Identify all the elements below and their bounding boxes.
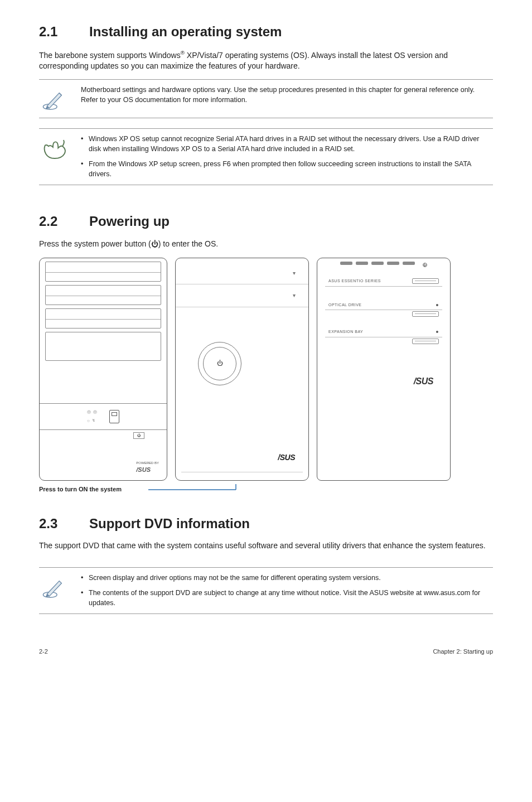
section-number: 2.2 (39, 214, 57, 229)
drive-bay-large (45, 332, 161, 361)
chassis-2: ▾ ▾ ⏻ /SUS (175, 258, 309, 481)
section-title-text: Support DVD information (89, 516, 250, 531)
card-slot-icon (109, 410, 119, 423)
note3-text: Screen display and driver options may no… (81, 573, 493, 608)
vent-icon: ▾ (293, 292, 297, 298)
note2-text: Windows XP OS setup cannot recognize Ser… (81, 134, 493, 179)
front-panel: ◎◎ ○↯ (40, 403, 167, 430)
slot-icon (412, 311, 439, 317)
slot-icon (412, 278, 439, 284)
note2-bullet-1: Windows XP OS setup cannot recognize Ser… (81, 134, 493, 154)
drive-bay (45, 308, 161, 328)
note-icon-col (39, 573, 70, 608)
section-number: 2.1 (39, 24, 57, 39)
hand-point-icon (41, 137, 69, 165)
chassis-1: ◎◎ ○↯ ⏻ POWERED BY /SUS (39, 258, 167, 481)
footer-page-number: 2-2 (39, 648, 48, 656)
note-block-2: Windows XP OS setup cannot recognize Ser… (39, 128, 493, 185)
chassis-figure-row: ◎◎ ○↯ ⏻ POWERED BY /SUS ▾ ▾ ⏻ /SUS ⏻ ASU… (39, 258, 493, 481)
series-label: ASUS ESSENTIO SERIES (328, 278, 381, 284)
poweredby-text: POWERED BY (136, 461, 159, 465)
power-button-icon: ⏻ (133, 432, 144, 439)
note-icon-col (39, 134, 70, 179)
dot-icon: • (436, 303, 439, 307)
port-icons: ◎◎ ○↯ (87, 409, 97, 423)
note-icon-col (39, 85, 70, 112)
powered-by-label: POWERED BY /SUS (136, 460, 159, 475)
body-b: ) to enter the OS. (158, 239, 218, 248)
pencil-icon (42, 576, 67, 600)
note3-bullet-2: The contents of the support DVD are subj… (81, 588, 493, 608)
callout-text: Press to turn ON the system (39, 485, 122, 494)
note2-bullet-2: From the Windows XP setup screen, press … (81, 160, 493, 179)
note1-text: Motherboard settings and hardware option… (81, 85, 493, 112)
note-block-1: Motherboard settings and hardware option… (39, 79, 493, 118)
footer-chapter: Chapter 2: Starting up (433, 648, 493, 656)
callout-row: Press to turn ON the system (39, 484, 493, 497)
top-grill: ⏻ (334, 262, 433, 268)
expansion-label: EXPANSION BAY (328, 329, 363, 335)
dot-icon: • (436, 330, 439, 334)
section1-intro: The barebone system supports Windows® XP… (39, 49, 493, 72)
section-title-text: Powering up (89, 214, 170, 229)
asus-logo: /SUS (278, 452, 295, 463)
section-heading: 2.1Installing an operating system (39, 22, 493, 41)
optical-label: OPTICAL DRIVE (328, 302, 362, 308)
pencil-icon (42, 88, 67, 112)
note3-bullet-1: Screen display and driver options may no… (81, 573, 493, 583)
section3-body: The support DVD that came with the syste… (39, 540, 493, 552)
section-title-text: Installing an operating system (89, 24, 282, 39)
body-a: Press the system power button ( (39, 239, 151, 248)
power-icon: ⏻ (151, 240, 158, 248)
page-footer: 2-2 Chapter 2: Starting up (39, 648, 493, 656)
slot-icon (412, 339, 439, 344)
drive-bay (45, 285, 161, 305)
drive-bay (45, 262, 161, 282)
section-number: 2.3 (39, 516, 57, 531)
section-heading: 2.2Powering up (39, 212, 493, 231)
registered-mark: ® (181, 50, 185, 56)
power-button-icon: ⏻ (423, 263, 427, 267)
power-button-icon: ⏻ (203, 347, 236, 380)
asus-logo: /SUS (414, 375, 433, 388)
intro-text-a: The barebone system supports Windows (39, 50, 181, 59)
section-heading: 2.3Support DVD information (39, 514, 493, 533)
note-block-3: Screen display and driver options may no… (39, 567, 493, 615)
chassis-3: ⏻ ASUS ESSENTIO SERIES OPTICAL DRIVE • E… (317, 258, 451, 481)
section2-body: Press the system power button (⏻) to ent… (39, 239, 493, 250)
vent-icon: ▾ (293, 269, 297, 276)
